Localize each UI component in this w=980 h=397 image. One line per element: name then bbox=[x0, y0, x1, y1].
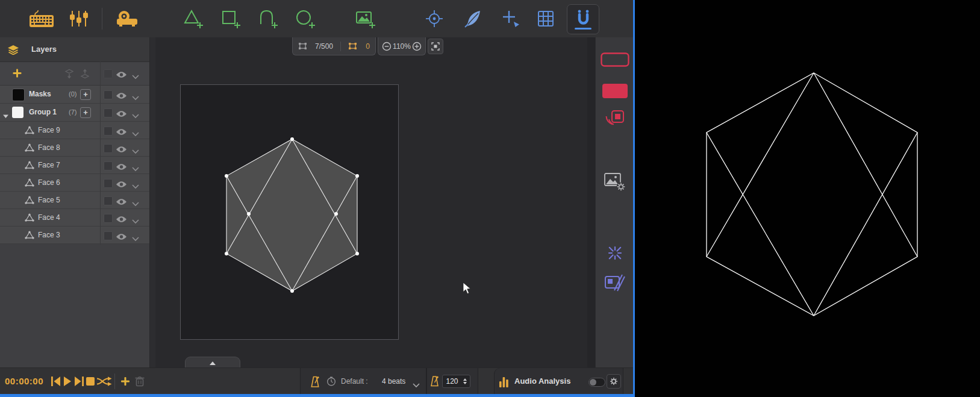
freehand-pen-button[interactable] bbox=[459, 5, 487, 32]
eye-visibility-icon[interactable] bbox=[116, 180, 127, 190]
layer-row-face-7[interactable]: Face 7 bbox=[0, 157, 149, 174]
layer-select-checkbox[interactable] bbox=[104, 196, 113, 205]
play-button[interactable] bbox=[62, 368, 73, 395]
add-layer-button[interactable] bbox=[12, 68, 22, 81]
delete-sequence-button[interactable] bbox=[134, 368, 146, 395]
layer-select-checkbox[interactable] bbox=[104, 214, 113, 223]
global-eye-visibility-icon[interactable] bbox=[116, 70, 127, 81]
layer-row-face-4[interactable]: Face 4 bbox=[0, 209, 149, 227]
layer-row-face-9[interactable]: Face 9 bbox=[0, 122, 149, 139]
eye-visibility-icon[interactable] bbox=[116, 109, 127, 120]
chevron-down-icon[interactable] bbox=[132, 216, 139, 227]
add-media-button[interactable] bbox=[351, 5, 379, 32]
add-point-button[interactable] bbox=[497, 5, 525, 32]
triangle-shape-icon bbox=[25, 196, 34, 207]
eye-visibility-icon[interactable] bbox=[116, 197, 127, 208]
layer-select-checkbox[interactable] bbox=[104, 144, 113, 153]
bring-forward-icon[interactable] bbox=[80, 69, 90, 81]
chevron-down-icon[interactable] bbox=[132, 146, 139, 157]
previous-button[interactable] bbox=[49, 368, 61, 395]
add-face-button[interactable]: + bbox=[80, 107, 91, 118]
layers-scrollbar[interactable] bbox=[149, 37, 155, 367]
layer-select-checkbox[interactable] bbox=[104, 231, 113, 240]
media-settings-button[interactable] bbox=[596, 171, 634, 192]
grid-button[interactable] bbox=[532, 5, 560, 32]
layer-select-checkbox[interactable] bbox=[104, 179, 113, 188]
global-select-checkbox[interactable] bbox=[104, 69, 113, 78]
timeline-expand-tab[interactable] bbox=[185, 357, 240, 369]
add-circle-button[interactable] bbox=[292, 5, 319, 32]
rays-effect-button[interactable] bbox=[596, 243, 634, 263]
layers-panel: Layers bbox=[0, 37, 149, 367]
layer-row-group-1[interactable]: Group 1 (7) + bbox=[0, 104, 149, 122]
layer-label: Face 8 bbox=[38, 139, 60, 156]
fit-view-button[interactable] bbox=[428, 39, 443, 54]
stop-button[interactable] bbox=[85, 368, 96, 395]
layer-select-checkbox[interactable] bbox=[104, 161, 113, 170]
chevron-down-icon[interactable] bbox=[132, 233, 139, 244]
top-toolbar bbox=[0, 0, 633, 38]
audio-settings-button[interactable] bbox=[607, 374, 621, 389]
eye-visibility-icon[interactable] bbox=[116, 127, 127, 138]
layer-label: Face 6 bbox=[38, 174, 60, 191]
chevron-down-icon[interactable] bbox=[132, 128, 139, 139]
bpm-increase-icon[interactable] bbox=[463, 378, 467, 381]
canvas-scrollbar[interactable] bbox=[587, 37, 595, 367]
reveal-style-button[interactable] bbox=[596, 108, 634, 128]
next-button[interactable] bbox=[73, 368, 85, 395]
zoom-out-icon[interactable] bbox=[382, 42, 392, 51]
layer-select-checkbox[interactable] bbox=[104, 127, 113, 136]
bpm-decrease-icon[interactable] bbox=[463, 382, 467, 384]
chevron-down-icon[interactable] bbox=[132, 198, 139, 209]
layer-row-face-6[interactable]: Face 6 bbox=[0, 174, 149, 192]
layer-row-face-5[interactable]: Face 5 bbox=[0, 192, 149, 209]
anchor-point-button[interactable] bbox=[420, 5, 448, 32]
layer-row-face-8[interactable]: Face 8 bbox=[0, 139, 149, 157]
beats-chevron-down-icon[interactable] bbox=[413, 380, 420, 390]
shuffle-button[interactable] bbox=[95, 368, 114, 395]
projector-output-button[interactable] bbox=[113, 5, 141, 32]
chevron-down-icon[interactable] bbox=[132, 110, 139, 121]
transition-style-button[interactable] bbox=[596, 274, 634, 292]
eye-visibility-icon[interactable] bbox=[116, 214, 127, 225]
add-quad-button[interactable] bbox=[217, 5, 245, 32]
add-triangle-button[interactable] bbox=[179, 5, 207, 32]
chevron-down-icon[interactable] bbox=[132, 92, 139, 103]
mapping-canvas[interactable]: 7/500 0 110% bbox=[155, 37, 587, 367]
projection-stage[interactable] bbox=[180, 84, 399, 340]
layer-select-checkbox[interactable] bbox=[104, 108, 113, 117]
audio-analysis-toggle[interactable] bbox=[588, 378, 605, 387]
mouse-cursor-icon bbox=[463, 282, 471, 297]
group-color-swatch[interactable] bbox=[12, 107, 23, 118]
keyboard-shortcuts-button[interactable] bbox=[28, 5, 55, 32]
beats-dropdown[interactable]: 4 beats bbox=[382, 368, 405, 395]
bpm-panel: 120 bbox=[426, 368, 478, 395]
bpm-stepper[interactable] bbox=[461, 378, 470, 384]
keyboard-icon bbox=[28, 9, 55, 28]
bpm-spinner[interactable]: 120 bbox=[442, 375, 470, 388]
magnet-snap-button[interactable] bbox=[567, 4, 599, 34]
layer-select-checkbox[interactable] bbox=[104, 90, 113, 99]
chevron-down-icon[interactable] bbox=[132, 181, 139, 192]
send-backward-icon[interactable] bbox=[64, 69, 75, 81]
border-style-button[interactable] bbox=[596, 52, 634, 67]
output-hexagon-shape bbox=[635, 0, 980, 397]
eye-visibility-icon[interactable] bbox=[116, 91, 127, 102]
zoom-in-icon[interactable] bbox=[412, 42, 422, 51]
chevron-down-icon[interactable] bbox=[132, 163, 139, 174]
eye-visibility-icon[interactable] bbox=[116, 145, 127, 155]
layer-row-masks[interactable]: Masks (0) + bbox=[0, 86, 149, 104]
eye-visibility-icon[interactable] bbox=[116, 162, 127, 173]
add-arch-button[interactable] bbox=[254, 5, 282, 32]
add-mask-button[interactable]: + bbox=[80, 89, 91, 100]
layer-row-face-3[interactable]: Face 3 bbox=[0, 227, 149, 244]
group-expand-caret[interactable] bbox=[2, 110, 9, 121]
add-sequence-button[interactable] bbox=[119, 368, 132, 395]
eye-visibility-icon[interactable] bbox=[116, 232, 127, 243]
layer-label: Face 4 bbox=[38, 209, 60, 226]
expand-arrow-icon bbox=[210, 361, 216, 365]
masks-color-swatch[interactable] bbox=[12, 89, 25, 101]
global-chevron-down-icon[interactable] bbox=[132, 71, 139, 82]
controls-button[interactable] bbox=[65, 5, 93, 32]
fill-style-button[interactable] bbox=[596, 83, 634, 99]
